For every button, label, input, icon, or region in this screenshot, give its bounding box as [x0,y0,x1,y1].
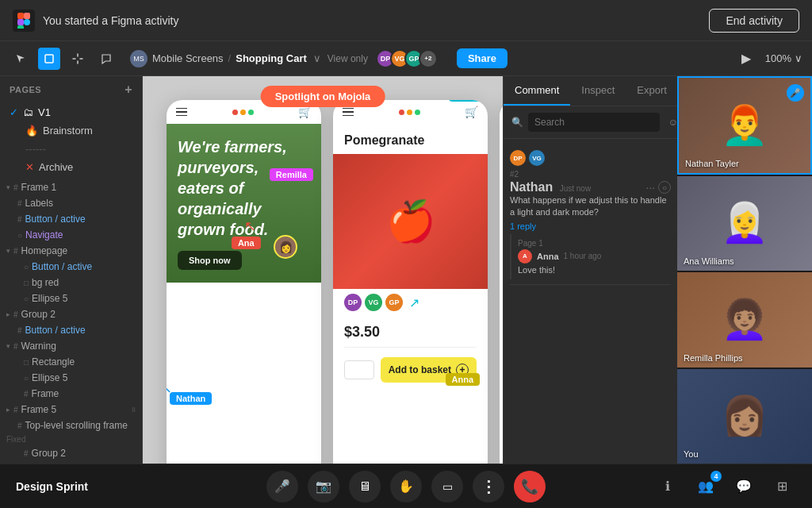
screen-share-button[interactable]: 🖥 [349,471,381,502]
layer-ellipse5-2[interactable]: ○ Ellipse 5 [0,370,142,386]
layer-frame5[interactable]: ▸ # Frame 5 II [0,402,142,418]
main-layout: Pages + ✓ 🗂 V1 🔥 Brainstorm ------ ✕ Arc… [0,76,812,464]
layer-group2-inner[interactable]: # Group 2 [0,445,142,461]
toolbar: MS Mobile Screens / Shopping Cart ∨ View… [0,41,812,76]
breadcrumb-workspace[interactable]: Mobile Screens [152,52,224,64]
hamburger-icon [176,108,187,117]
canvas[interactable]: Spotlight on Mojola 🛒 We're farmers,purv… [143,76,503,464]
breadcrumb: MS Mobile Screens / Shopping Cart ∨ View… [130,50,368,67]
layers-list: ▾ # Frame 1 # Labels # Button / active ○… [0,179,142,461]
comment-author-1: Nathan [510,180,553,194]
layer-labels[interactable]: # Labels [0,195,142,211]
collab-badge-ana: Ana [232,237,261,249]
layer-bg-red[interactable]: □ bg red [0,275,142,291]
frame2-dots [399,110,420,115]
video-tile-nathan: 👨‍🦰 🎤 Nathan Tayler [677,76,812,175]
nathan-video-name: Nathan Tayler [685,159,739,168]
remilla-avatar-emoji: 👩🏽‍🦱 [721,298,768,342]
comment-text-1: What happens if we adjust this to handle… [510,194,671,219]
info-button[interactable]: ℹ [653,472,682,501]
more-button[interactable]: ⋮ [473,471,504,502]
apps-button[interactable]: ⊞ [768,472,796,501]
reply-text: Love this! [518,265,671,275]
frame3-title: My basket [500,124,503,157]
tool-group-left [10,48,117,70]
pan-tool-icon[interactable] [67,48,89,70]
layer-frame-inner[interactable]: # Frame [0,386,142,402]
comment-more-icon[interactable]: ··· [645,181,655,194]
comment-search-input[interactable] [528,113,660,132]
meeting-right-controls: ℹ 👥 4 💬 ⊞ [601,472,796,501]
page-icon-brainstorm: 🔥 [25,125,38,137]
page-item-archive[interactable]: ✕ Archive [0,158,142,176]
add-page-button[interactable]: + [124,83,132,97]
hand-raise-button[interactable]: ✋ [390,471,422,502]
frame2-cart: 🛒 [465,106,478,118]
play-button[interactable]: ▶ [735,48,757,70]
layer-ellipse5-1[interactable]: ○ Ellipse 5 [0,291,142,306]
frame2-avatar-vg: VG [365,294,382,311]
reply-time: 1 hour ago [564,252,602,260]
layer-top-level-frame[interactable]: # Top-level scrolling frame [0,418,142,433]
comment-tabs: Comment Inspect Export [504,76,677,106]
tab-inspect[interactable]: Inspect [570,76,626,106]
frame2-collab-row: DP VG GP ↗ [333,289,488,316]
comment-avatars: DP VG [510,150,671,166]
zoom-control[interactable]: 100% ∨ [765,52,802,64]
page-divider: ------ [0,140,142,158]
zoom-level: 100% [765,52,791,64]
frame3-header [500,100,503,124]
video-panel: 👨‍🦰 🎤 Nathan Tayler 👩‍🦳 Ana Williams 👩🏽‍… [677,76,812,464]
cursor-icon-frame2: ↗ [409,295,419,310]
layer-button-active-1[interactable]: # Button / active [0,211,142,227]
camera-button[interactable]: 📷 [308,471,339,502]
layer-homepage[interactable]: ▾ # Homepage [0,243,142,259]
layer-button-active-3[interactable]: # Button / active [0,322,142,338]
layer-warning[interactable]: ▾ # Warning [0,338,142,354]
fixed-label: Fixed [0,433,142,445]
layer-group2[interactable]: ▸ # Group 2 [0,306,142,322]
you-video-name: You [684,449,699,459]
ana-video-name: Ana Williams [684,256,734,266]
comment-search-bar: 🔍 ☺ ⇅ [504,106,677,139]
remilla-avatar: 👩 [274,235,297,259]
comment-item-1: DP VG #2 Nathan Just now ··· ○ What [510,145,671,285]
page-item-v1[interactable]: ✓ 🗂 V1 [0,103,142,121]
video-tile-you: 👩🏽 You [677,369,812,464]
svg-rect-1 [24,13,30,19]
bottombar: Design Sprint 🎤 📷 🖥 ✋ ▭ ⋮ 📞 ℹ 👥 4 💬 ⊞ [0,464,812,508]
end-activity-button[interactable]: End activity [709,9,799,33]
page-item-brainstorm[interactable]: 🔥 Brainstorm [0,121,142,140]
mic-button[interactable]: 🎤 [266,471,298,502]
layer-button-active-2[interactable]: ○ Button / active [0,259,142,275]
ana-avatar-emoji: 👩‍🦳 [721,201,768,245]
comment-reply-1: Page 1 A Anna 1 hour ago Love this! [510,234,671,279]
tab-export[interactable]: Export [626,76,678,106]
tab-comment[interactable]: Comment [504,76,570,106]
mobile-frame-1: 🛒 We're farmers,purveyors,eaters oforgan… [167,100,321,464]
comment-avatar-2: VG [529,150,545,166]
select-tool-icon[interactable] [38,48,60,70]
comment-tool-icon[interactable] [95,48,117,70]
layer-frame1[interactable]: ▾ # Frame 1 [0,179,142,195]
frame2-product-image: 🍎 [333,154,488,289]
comment-resolve-button[interactable]: ○ [658,181,671,194]
search-icon: 🔍 [511,117,523,128]
frame2-quantity[interactable]: 1 ∨ [344,360,374,379]
participants-button[interactable]: 👥 4 [691,472,720,501]
mobile-frame-3: My basket 🥚 🥬 Subtotal Delivery [500,100,503,464]
view-only-label: View only [327,53,368,64]
comment-avatar-1: DP [510,150,526,166]
share-button[interactable]: Share [457,48,508,68]
svg-rect-2 [17,19,24,25]
left-panel: Pages + ✓ 🗂 V1 🔥 Brainstorm ------ ✕ Arc… [0,76,143,464]
layer-rectangle[interactable]: □ Rectangle [0,354,142,370]
topbar: You started a Figma activity End activit… [0,0,812,41]
end-call-button[interactable]: 📞 [514,471,546,502]
comment-reply-link-1[interactable]: 1 reply [510,221,671,231]
chat-button[interactable]: 💬 [730,472,758,501]
breadcrumb-page[interactable]: Shopping Cart [236,52,307,64]
move-tool-icon[interactable] [10,48,32,70]
layer-navigate[interactable]: ○ Navigate [0,227,142,243]
present-button[interactable]: ▭ [431,471,463,502]
